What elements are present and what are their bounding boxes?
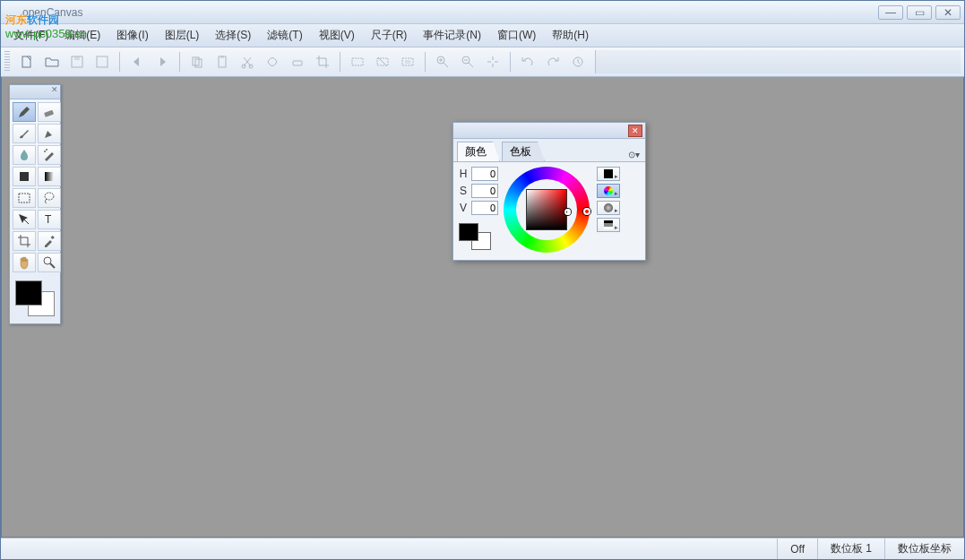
status-bar: Off 数位板 1 数位板坐标	[1, 538, 964, 559]
prev-button	[125, 50, 149, 73]
fit-screen-button	[481, 50, 504, 73]
svg-line-17	[444, 63, 448, 67]
menu-view[interactable]: 视图(V)	[312, 25, 362, 46]
svg-rect-28	[45, 172, 54, 181]
eyedropper-tool-button[interactable]	[38, 231, 61, 251]
airbrush-tool-button[interactable]	[38, 145, 61, 165]
toolbar-grip[interactable]	[4, 51, 10, 73]
fill-tool-button[interactable]	[13, 167, 36, 186]
menu-file[interactable]: 文件(F)	[6, 25, 56, 46]
tool-palette-panel[interactable]: T	[9, 84, 61, 324]
cut-button	[236, 50, 259, 73]
menu-select[interactable]: 选择(S)	[208, 25, 258, 46]
main-toolbar	[1, 47, 964, 77]
new-file-button[interactable]	[15, 50, 39, 73]
crop-tool-button[interactable]	[13, 231, 36, 251]
redo-button	[541, 50, 564, 73]
color-panel-titlebar[interactable]: ✕	[453, 123, 645, 139]
tool-palette-titlebar[interactable]	[10, 85, 60, 99]
menu-filter[interactable]: 滤镜(T)	[260, 25, 309, 46]
color-panel-menu-button[interactable]: ⊙▾	[626, 150, 642, 159]
swatch-tab[interactable]: 色板	[502, 142, 545, 161]
color-swatch-toggle[interactable]	[15, 280, 55, 316]
clear-button	[261, 50, 284, 73]
menu-events[interactable]: 事件记录(N)	[416, 25, 488, 46]
hue-input[interactable]	[471, 167, 498, 181]
svg-point-26	[46, 149, 47, 151]
save-button	[65, 50, 89, 73]
hue-label: H	[459, 168, 468, 180]
deselect-button	[371, 50, 394, 73]
color-wheel-picker[interactable]	[504, 167, 590, 253]
menu-help[interactable]: 帮助(H)	[545, 25, 596, 46]
rect-select-tool-button[interactable]	[13, 188, 36, 208]
text-tool-button[interactable]: T	[38, 210, 61, 229]
svg-rect-3	[97, 56, 108, 67]
move-tool-button[interactable]	[13, 210, 36, 229]
foreground-color-swatch[interactable]	[15, 280, 42, 306]
saturation-label: S	[459, 185, 468, 197]
pencil-tool-button[interactable]	[13, 102, 36, 122]
menu-ruler[interactable]: 尺子(R)	[364, 25, 415, 46]
menu-layer[interactable]: 图层(L)	[158, 25, 207, 46]
lasso-tool-button[interactable]	[38, 188, 61, 208]
svg-rect-0	[22, 56, 30, 67]
menubar: 文件(F) 编辑(E) 图像(I) 图层(L) 选择(S) 滤镜(T) 视图(V…	[1, 24, 964, 47]
window-title: openCanvas	[3, 6, 878, 19]
crop-toolbar-button	[311, 50, 334, 73]
svg-rect-7	[220, 56, 224, 58]
open-file-button[interactable]	[40, 50, 64, 73]
svg-rect-24	[44, 110, 54, 117]
menu-image[interactable]: 图像(I)	[109, 25, 155, 46]
window-maximize-button[interactable]: ▭	[907, 5, 932, 20]
next-button	[151, 50, 174, 73]
menu-edit[interactable]: 编辑(E)	[57, 25, 108, 46]
undo-button	[516, 50, 539, 73]
menu-window[interactable]: 窗口(W)	[490, 25, 543, 46]
svg-rect-11	[352, 58, 363, 65]
window-minimize-button[interactable]: —	[878, 5, 903, 20]
svg-point-25	[44, 151, 46, 152]
color-panel-swatch[interactable]	[459, 223, 491, 250]
zoom-in-button	[431, 50, 454, 73]
svg-line-21	[469, 63, 473, 67]
gradient-tool-button[interactable]	[38, 167, 61, 186]
window-close-button[interactable]: ✕	[935, 5, 961, 20]
value-input[interactable]	[471, 201, 498, 215]
select-rect-button	[346, 50, 369, 73]
copy-button	[185, 50, 209, 73]
blur-tool-button[interactable]	[13, 145, 36, 165]
paste-button	[211, 50, 234, 73]
zoom-out-button	[456, 50, 479, 73]
status-tablet: 数位板 1	[817, 538, 884, 559]
eraser-toolbar-button	[286, 50, 309, 73]
color-panel-close-button[interactable]: ✕	[628, 125, 642, 137]
brush-tool-button[interactable]	[13, 124, 36, 143]
status-coords: 数位板坐标	[884, 538, 964, 559]
color-mode-square-button[interactable]: ▸	[597, 167, 620, 181]
color-mode-gray-button[interactable]: ▸	[597, 201, 620, 215]
hand-tool-button[interactable]	[13, 253, 36, 272]
pen-tool-button[interactable]	[38, 124, 61, 143]
zoom-tool-button[interactable]	[38, 253, 61, 272]
color-tab[interactable]: 颜色	[457, 142, 500, 161]
workspace-canvas-area[interactable]: T ✕ 颜色 色板 ⊙▾	[1, 77, 964, 538]
svg-text:T: T	[45, 213, 52, 226]
color-mode-wheel-button[interactable]: ▸	[597, 184, 620, 198]
status-off: Off	[777, 538, 817, 559]
svg-rect-15	[405, 60, 410, 64]
invert-select-button	[396, 50, 419, 73]
svg-line-34	[50, 263, 55, 268]
save-as-button	[90, 50, 114, 73]
color-panel[interactable]: ✕ 颜色 色板 ⊙▾ H S V	[452, 122, 646, 261]
color-mode-bars-button[interactable]: ▸	[597, 218, 620, 232]
svg-rect-27	[20, 172, 29, 181]
history-button	[566, 50, 590, 73]
saturation-input[interactable]	[471, 184, 498, 198]
svg-rect-10	[293, 61, 302, 65]
svg-rect-32	[51, 236, 55, 239]
svg-point-33	[44, 257, 51, 264]
svg-rect-2	[74, 56, 80, 60]
svg-rect-29	[19, 194, 30, 202]
eraser-tool-button[interactable]	[38, 102, 61, 122]
